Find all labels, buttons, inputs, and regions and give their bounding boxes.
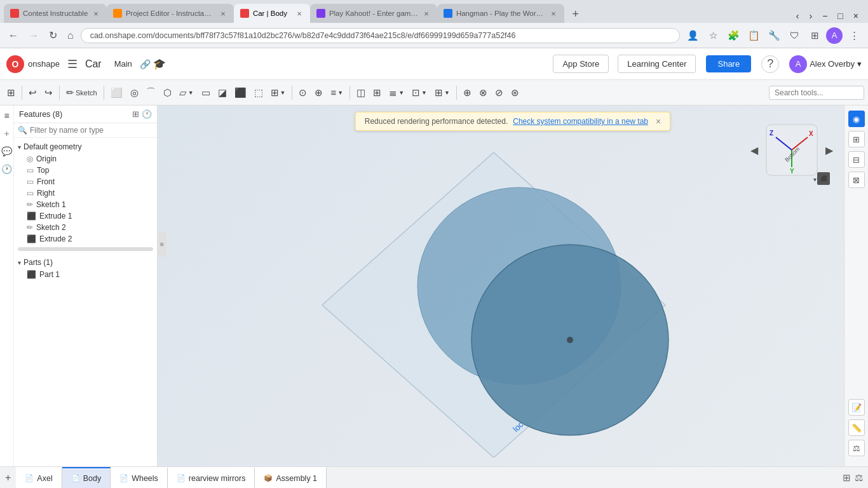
new-tab-button[interactable]: +: [567, 5, 585, 23]
view-dropdown-arrow[interactable]: ▾: [813, 175, 817, 184]
tab-close-1[interactable]: ×: [92, 8, 100, 19]
rp-icon-wireframe[interactable]: ⊞: [848, 131, 865, 147]
tree-section-header-default[interactable]: ▾ Default geometry: [14, 140, 157, 153]
tool-boolean[interactable]: ⊞▼: [268, 83, 289, 103]
tree-item-part1[interactable]: ⬛ Part 1: [14, 269, 157, 280]
tab-close-3[interactable]: ×: [295, 8, 304, 19]
help-icon[interactable]: ?: [761, 55, 779, 73]
rp-icon-scale[interactable]: ⚖: [848, 440, 865, 456]
tool-measure[interactable]: ⊕: [460, 83, 475, 103]
doc-grad-icon[interactable]: 🎓: [153, 58, 166, 70]
tool-sweep[interactable]: ◪: [215, 83, 230, 103]
window-minimize[interactable]: −: [818, 9, 832, 23]
bp-tab-body[interactable]: 📄 Body: [62, 467, 111, 488]
learning-center-button[interactable]: Learning Center: [618, 55, 696, 73]
tab-scroll-left[interactable]: ‹: [792, 9, 804, 23]
rp-icon-measure[interactable]: 📏: [848, 419, 865, 436]
tool-delete[interactable]: ⊗: [476, 83, 491, 103]
url-bar[interactable]: cad.onshape.com/documents/bff78f73c57f81…: [81, 28, 680, 43]
extension-icon-4[interactable]: 🛡: [785, 27, 803, 44]
rp-icon-section[interactable]: ⊠: [848, 172, 865, 188]
add-tab-button[interactable]: +: [0, 467, 16, 488]
tool-offset[interactable]: ⬚: [251, 83, 266, 103]
tool-arc[interactable]: ⌒: [143, 83, 159, 103]
notification-close[interactable]: ×: [656, 116, 661, 126]
home-button[interactable]: ⌂: [64, 28, 77, 43]
hamburger-menu[interactable]: ☰: [65, 55, 80, 74]
bp-icon-grid[interactable]: ⊞: [843, 472, 851, 484]
extension-icon-2[interactable]: 📋: [745, 27, 763, 44]
share-button[interactable]: Share: [706, 55, 751, 72]
more-options[interactable]: ⋮: [845, 27, 863, 44]
redo-btn[interactable]: ↪: [41, 83, 56, 103]
nav-cube-right-arrow[interactable]: ▶: [825, 144, 833, 156]
bp-tab-assembly1[interactable]: 📦 Assembly 1: [255, 467, 327, 488]
tab-close-2[interactable]: ×: [219, 8, 227, 19]
tree-item-origin[interactable]: ◎ Origin: [14, 153, 157, 165]
sidebar-icon-features[interactable]: ≡: [4, 111, 9, 121]
tab-close-4[interactable]: ×: [422, 8, 431, 19]
rp-icon-shaded[interactable]: ⊟: [848, 151, 865, 168]
sidebar-icon-plus[interactable]: +: [4, 128, 9, 139]
tree-item-top[interactable]: ▭ Top: [14, 165, 157, 176]
profile-avatar[interactable]: A: [826, 27, 843, 44]
tool-mirror[interactable]: ⊡▼: [409, 83, 430, 103]
back-button[interactable]: ←: [5, 28, 22, 43]
features-icon-clock[interactable]: 🕐: [142, 109, 152, 119]
tree-item-extrude2[interactable]: ⬛ Extrude 2: [14, 233, 157, 245]
account-icon[interactable]: 👤: [684, 27, 702, 44]
filter-input[interactable]: [30, 126, 153, 135]
tool-transform[interactable]: ⊞: [370, 83, 384, 103]
bp-tab-wheels[interactable]: 📄 Wheels: [111, 467, 168, 488]
bp-tab-axel[interactable]: 📄 Axel: [16, 467, 62, 488]
sidebar-icon-comment[interactable]: 💬: [1, 146, 12, 156]
tool-polygon[interactable]: ⬡: [160, 83, 175, 103]
tool-split[interactable]: ◫: [353, 83, 369, 103]
tab-project-editor[interactable]: Project Editor - Instructables ×: [107, 4, 234, 23]
extension-icon-3[interactable]: 🔧: [765, 27, 783, 44]
tree-section-header-parts[interactable]: ▾ Parts (1): [14, 256, 157, 269]
forward-button[interactable]: →: [25, 28, 42, 43]
tab-scroll-right[interactable]: ›: [804, 9, 817, 23]
sidebar-icon-history[interactable]: 🕐: [1, 164, 12, 174]
window-maximize[interactable]: □: [833, 9, 847, 23]
tool-chamfer[interactable]: ⊕: [311, 83, 326, 103]
tab-close-5[interactable]: ×: [549, 8, 558, 19]
tab-car-body[interactable]: Car | Body ×: [234, 4, 310, 23]
tool-section[interactable]: ⊛: [508, 83, 522, 103]
tree-item-extrude1[interactable]: ⬛ Extrude 1: [14, 210, 157, 222]
user-profile[interactable]: A Alex Overby ▾: [789, 55, 862, 73]
features-icon-grid[interactable]: ⊞: [132, 109, 139, 119]
scroll-thumb[interactable]: [18, 247, 153, 251]
tool-revolve[interactable]: ▭: [198, 83, 214, 103]
tree-item-front[interactable]: ▭ Front: [14, 176, 157, 187]
view-cube-selector[interactable]: ⬛: [817, 172, 830, 185]
refresh-button[interactable]: ↻: [46, 27, 60, 43]
tool-plane[interactable]: ⬜: [107, 83, 126, 103]
extension-icon-5[interactable]: ⊞: [806, 27, 824, 44]
sketch-btn[interactable]: ✏ Sketch: [63, 83, 100, 103]
nav-cube-left-arrow[interactable]: ◀: [750, 144, 758, 156]
tool-draft[interactable]: ≡▼: [327, 83, 346, 103]
window-close[interactable]: ×: [849, 9, 863, 23]
undo-btn[interactable]: ↩: [25, 83, 40, 103]
tool-circle[interactable]: ◎: [127, 83, 142, 103]
rp-icon-render[interactable]: ◉: [848, 111, 865, 127]
app-store-button[interactable]: App Store: [553, 55, 609, 73]
tool-fillet[interactable]: ⊙: [295, 83, 310, 103]
tool-display[interactable]: ⊘: [492, 83, 506, 103]
bp-icon-scale[interactable]: ⚖: [855, 472, 863, 484]
doc-tab-main[interactable]: Main: [109, 57, 137, 71]
notification-link[interactable]: Check system compatibility in a new tab: [513, 117, 648, 126]
rp-icon-note[interactable]: 📝: [848, 399, 865, 416]
bookmark-icon[interactable]: ☆: [704, 27, 722, 44]
tree-item-sketch1[interactable]: ✏ Sketch 1: [14, 199, 157, 210]
nav-cube-svg[interactable]: X Y Z Bottom: [763, 121, 820, 179]
tab-kahoot[interactable]: Play Kahoot! - Enter game P... ×: [310, 4, 437, 23]
tool-pattern[interactable]: ≣▼: [386, 83, 407, 103]
tree-item-right[interactable]: ▭ Right: [14, 187, 157, 199]
search-tools-input[interactable]: [769, 86, 864, 100]
tab-hangman[interactable]: Hangman - Play the Word G... ×: [437, 4, 564, 23]
tool-mate[interactable]: ⊞▼: [431, 83, 453, 103]
tree-item-sketch2[interactable]: ✏ Sketch 2: [14, 222, 157, 233]
